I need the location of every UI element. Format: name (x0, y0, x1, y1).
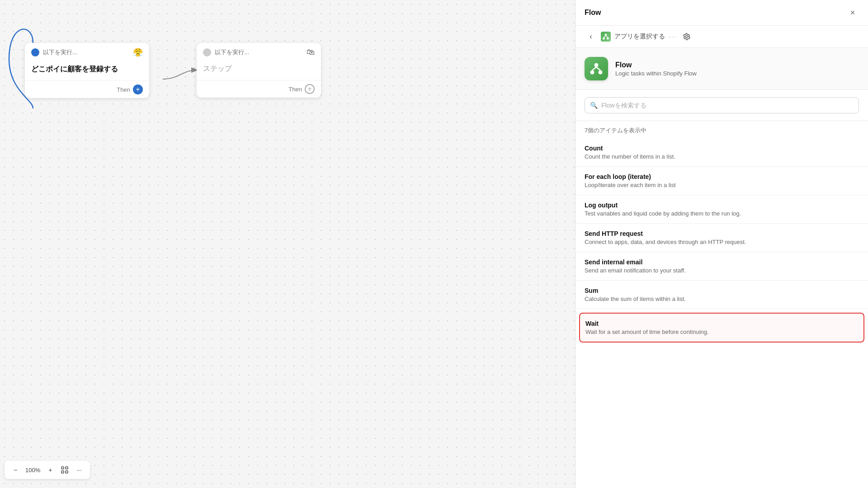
app-info-text: Flow Logic tasks within Shopify Flow (615, 61, 697, 77)
action-item-name-4: Send internal email (585, 258, 859, 266)
action-item-desc-2: Test variables and liquid code by adding… (585, 210, 859, 217)
node-2-then-label: Then (288, 86, 302, 93)
zoom-label: 100% (24, 467, 42, 474)
svg-point-11 (599, 70, 603, 75)
search-container: 🔍 (576, 90, 868, 121)
svg-line-7 (604, 36, 606, 38)
canvas-area: 以下を実行... 😤 どこポイに顧客を登録する Then + 以下を実行... … (0, 0, 575, 488)
action-item-name-5: Sum (585, 287, 859, 294)
app-logo (585, 57, 608, 80)
node-2-body: ステップ (197, 61, 321, 80)
panel-header: Flow × (576, 0, 868, 26)
action-item-4[interactable]: Send internal emailSend an email notific… (576, 252, 868, 281)
svg-point-10 (590, 70, 594, 75)
nav-settings-button[interactable] (680, 30, 693, 43)
search-input[interactable] (585, 97, 859, 113)
svg-line-8 (606, 36, 608, 38)
action-item-name-2: Log output (585, 202, 859, 209)
action-item-name-6: Wait (585, 320, 858, 327)
app-info-name: Flow (615, 61, 697, 69)
fit-icon (61, 466, 68, 474)
action-item-0[interactable]: CountCount the number of items in a list… (576, 138, 868, 167)
action-item-name-0: Count (585, 145, 859, 152)
action-item-5[interactable]: SumCalculate the sum of items within a l… (576, 281, 868, 309)
action-item-desc-5: Calculate the sum of items within a list… (585, 296, 859, 302)
action-item-2[interactable]: Log outputTest variables and liquid code… (576, 195, 868, 224)
nav-back-button[interactable]: ‹ (585, 30, 597, 43)
action-item-desc-1: Loop/iterate over each item in a list (585, 182, 859, 188)
search-input-wrapper: 🔍 (585, 97, 859, 113)
flow-node-2[interactable]: 以下を実行... 🛍 ステップ Then + (197, 43, 321, 98)
nav-dots: ··· (669, 33, 677, 40)
app-info-desc: Logic tasks within Shopify Flow (615, 70, 697, 77)
canvas-toolbar: − 100% + ··· (5, 461, 90, 479)
flow-icon (602, 33, 609, 40)
flow-node-1-header: 以下を実行... 😤 (25, 43, 149, 62)
svg-rect-3 (66, 471, 68, 473)
node-1-then-label: Then (117, 86, 130, 93)
node-2-add-button[interactable]: + (305, 84, 315, 94)
app-info-card: Flow Logic tasks within Shopify Flow (576, 48, 868, 90)
node-2-dot (203, 48, 211, 56)
action-item-desc-0: Count the number of items in a list. (585, 153, 859, 160)
svg-line-13 (596, 67, 600, 70)
svg-rect-2 (61, 471, 64, 473)
items-count: 7個のアイテムを表示中 (576, 121, 868, 138)
action-item-desc-6: Wait for a set amount of time before con… (585, 328, 858, 335)
settings-icon (683, 33, 691, 41)
flow-node-1[interactable]: 以下を実行... 😤 どこポイに顧客を登録する Then + (25, 43, 149, 98)
node-1-footer: Then + (25, 80, 149, 98)
panel-nav: ‹ アプリを選択する ··· (576, 26, 868, 48)
svg-point-6 (607, 38, 609, 40)
node-1-dot (31, 48, 39, 56)
svg-point-5 (603, 38, 605, 40)
action-list: CountCount the number of items in a list… (576, 138, 868, 488)
node-2-header-label: 以下を実行... (215, 48, 249, 56)
more-options-button[interactable]: ··· (73, 464, 85, 476)
nav-app-icon (601, 32, 611, 42)
action-item-name-1: For each loop (iterate) (585, 173, 859, 180)
svg-line-12 (592, 67, 596, 70)
action-item-3[interactable]: Send HTTP requestConnect to apps, data, … (576, 224, 868, 252)
search-icon: 🔍 (590, 102, 598, 109)
right-panel: Flow × ‹ アプリを選択する ··· (575, 0, 868, 488)
node-1-icon: 😤 (133, 47, 143, 57)
node-1-header-label: 以下を実行... (43, 48, 77, 56)
panel-title: Flow (585, 9, 601, 17)
zoom-out-button[interactable]: − (9, 464, 22, 476)
svg-rect-0 (61, 467, 64, 469)
node-1-add-button[interactable]: + (133, 84, 143, 94)
node-2-icon: 🛍 (307, 47, 315, 57)
action-item-name-3: Send HTTP request (585, 230, 859, 237)
node-2-footer: Then + (197, 80, 321, 98)
fit-button[interactable] (58, 464, 71, 476)
app-logo-icon (590, 62, 603, 75)
action-item-wrapper-selected: WaitWait for a set amount of time before… (576, 309, 868, 346)
nav-app-name: アプリを選択する (614, 33, 665, 41)
action-item-desc-3: Connect to apps, data, and devices throu… (585, 239, 859, 245)
panel-close-button[interactable]: × (846, 6, 859, 19)
action-item-1[interactable]: For each loop (iterate)Loop/iterate over… (576, 167, 868, 195)
action-item-desc-4: Send an email notification to your staff… (585, 267, 859, 274)
action-item-6[interactable]: WaitWait for a set amount of time before… (579, 313, 864, 343)
svg-rect-1 (66, 467, 68, 469)
node-1-body: どこポイに顧客を登録する (25, 62, 149, 80)
svg-point-4 (605, 34, 607, 36)
svg-point-9 (594, 63, 599, 67)
flow-node-2-header: 以下を実行... 🛍 (197, 43, 321, 61)
zoom-in-button[interactable]: + (44, 464, 57, 476)
